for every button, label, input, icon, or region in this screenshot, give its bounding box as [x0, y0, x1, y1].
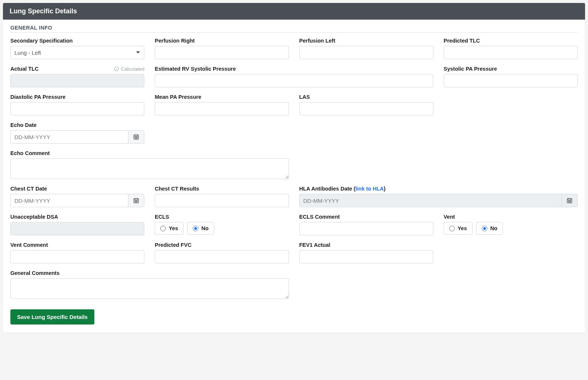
chest-ct-results-input[interactable] [155, 194, 289, 207]
chest-ct-date-calendar-button[interactable] [128, 194, 144, 207]
field-echo-date: Echo Date [10, 122, 144, 144]
svg-point-20 [135, 202, 135, 202]
label-perfusion-right: Perfusion Right [155, 38, 195, 44]
field-ecls-comment: ECLS Comment [299, 214, 433, 235]
svg-point-17 [135, 201, 135, 201]
label-vent-comment: Vent Comment [10, 242, 48, 248]
label-perfusion-left: Perfusion Left [299, 38, 335, 44]
svg-point-31 [569, 202, 569, 202]
perfusion-left-input[interactable] [299, 46, 433, 59]
vent-yes-radio[interactable]: Yes [444, 222, 473, 235]
field-general-comments: General Comments [10, 270, 289, 299]
field-chest-ct-results: Chest CT Results [155, 186, 289, 207]
label-echo-date: Echo Date [10, 122, 37, 128]
hla-antibodies-date-input [299, 194, 562, 207]
general-comments-textarea[interactable] [10, 278, 289, 299]
svg-point-27 [568, 201, 569, 201]
label-predicted-tlc: Predicted TLC [444, 38, 480, 44]
field-perfusion-right: Perfusion Right [155, 38, 289, 59]
label-mean-pa: Mean PA Pressure [155, 94, 201, 100]
label-systolic-pa: Systolic PA Pressure [444, 66, 497, 72]
svg-point-18 [136, 201, 137, 201]
svg-point-28 [569, 201, 569, 201]
svg-point-11 [136, 138, 137, 138]
field-systolic-pa: Systolic PA Pressure [444, 66, 578, 87]
perfusion-right-input[interactable] [155, 46, 289, 59]
panel-title: Lung Specific Details [3, 3, 585, 20]
vent-comment-input[interactable] [10, 250, 144, 263]
svg-point-21 [136, 202, 137, 202]
field-fev1-actual: FEV1 Actual [299, 242, 433, 263]
label-est-rv-systolic: Estimated RV Systolic Pressure [155, 66, 236, 72]
secondary-specification-select[interactable]: Lung - Left [10, 46, 144, 59]
label-general-comments: General Comments [10, 270, 60, 276]
label-predicted-fvc: Predicted FVC [155, 242, 191, 248]
echo-comment-textarea[interactable] [10, 158, 289, 179]
save-button[interactable]: Save Lung Specific Details [10, 309, 94, 324]
vent-no-radio[interactable]: No [476, 222, 503, 235]
label-unacceptable-dsa: Unacceptable DSA [10, 214, 58, 220]
hla-date-calendar-button [561, 194, 578, 207]
field-unacceptable-dsa: Unacceptable DSA [10, 214, 144, 235]
label-las: LAS [299, 94, 310, 100]
ecls-no-radio[interactable]: No [187, 222, 214, 235]
svg-point-32 [570, 202, 571, 202]
svg-point-19 [137, 201, 137, 201]
svg-point-8 [136, 137, 137, 137]
field-diastolic-pa: Diastolic PA Pressure [10, 94, 144, 115]
unacceptable-dsa-input [10, 222, 144, 235]
svg-point-29 [570, 201, 571, 201]
label-chest-ct-results: Chest CT Results [155, 186, 199, 192]
calculated-badge: Calculated [114, 66, 144, 72]
svg-point-9 [137, 137, 137, 137]
panel-body: GENERAL INFO Secondary Specification Lun… [3, 20, 585, 333]
field-predicted-fvc: Predicted FVC [155, 242, 289, 263]
field-predicted-tlc: Predicted TLC [444, 38, 578, 59]
svg-point-22 [137, 202, 137, 202]
field-perfusion-left: Perfusion Left [299, 38, 433, 59]
info-icon [114, 66, 119, 71]
svg-point-30 [568, 202, 569, 202]
svg-point-12 [137, 138, 137, 138]
link-to-hla[interactable]: link to HLA [355, 186, 384, 192]
field-vent: Vent Yes No [444, 214, 578, 235]
label-fev1-actual: FEV1 Actual [299, 242, 330, 248]
field-actual-tlc: Actual TLC Calculated [10, 66, 144, 87]
lung-specific-details-panel: Lung Specific Details GENERAL INFO Secon… [3, 3, 585, 333]
svg-point-10 [135, 138, 135, 138]
actual-tlc-input [10, 74, 144, 87]
field-las: LAS [299, 94, 433, 115]
label-actual-tlc: Actual TLC [10, 66, 39, 72]
section-general-info: GENERAL INFO [10, 25, 578, 33]
systolic-pa-input[interactable] [444, 74, 578, 87]
label-vent: Vent [444, 214, 455, 220]
field-mean-pa: Mean PA Pressure [155, 94, 289, 115]
predicted-tlc-input[interactable] [444, 46, 578, 59]
field-secondary-specification: Secondary Specification Lung - Left [10, 38, 144, 59]
field-ecls: ECLS Yes No [155, 214, 289, 235]
field-est-rv-systolic: Estimated RV Systolic Pressure [155, 66, 433, 87]
las-input[interactable] [299, 102, 433, 115]
field-chest-ct-date: Chest CT Date [10, 186, 144, 207]
ecls-comment-input[interactable] [299, 222, 433, 235]
mean-pa-input[interactable] [155, 102, 289, 115]
label-ecls: ECLS [155, 214, 169, 220]
echo-date-input[interactable] [10, 130, 128, 144]
label-ecls-comment: ECLS Comment [299, 214, 340, 220]
label-chest-ct-date: Chest CT Date [10, 186, 47, 192]
ecls-yes-radio[interactable]: Yes [155, 222, 184, 235]
fev1-actual-input[interactable] [299, 250, 433, 263]
diastolic-pa-input[interactable] [10, 102, 144, 115]
field-vent-comment: Vent Comment [10, 242, 144, 263]
echo-date-calendar-button[interactable] [128, 130, 144, 144]
label-secondary-specification: Secondary Specification [10, 38, 73, 44]
field-echo-comment: Echo Comment [10, 150, 289, 179]
svg-point-7 [135, 137, 135, 137]
calendar-icon [133, 134, 140, 140]
predicted-fvc-input[interactable] [155, 250, 289, 263]
label-hla-antibodies-date: HLA Antibodies Date (link to HLA) [299, 186, 386, 192]
est-rv-systolic-input[interactable] [155, 74, 433, 87]
label-diastolic-pa: Diastolic PA Pressure [10, 94, 65, 100]
chest-ct-date-input[interactable] [10, 194, 128, 207]
label-echo-comment: Echo Comment [10, 150, 50, 156]
